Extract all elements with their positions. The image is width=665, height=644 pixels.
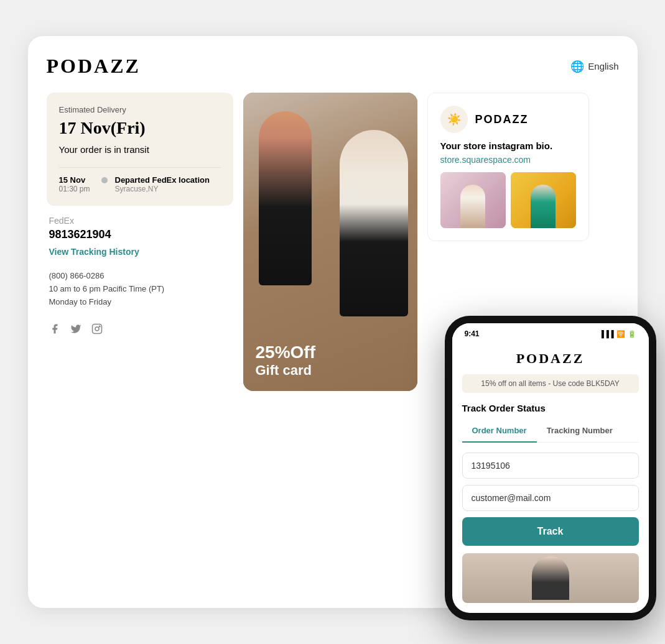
svg-point-2 <box>99 326 100 328</box>
transit-status: Your order is in transit <box>59 144 221 155</box>
language-selector[interactable]: 🌐 English <box>570 60 618 73</box>
signal-icon: ▐▐▐ <box>599 330 613 338</box>
phone-promo-banner: 15% off on all items - Use code BLK5DAY <box>462 374 639 393</box>
track-button[interactable]: Track <box>462 517 639 546</box>
phone-body: PODAZZ 15% off on all items - Use code B… <box>452 341 649 613</box>
promo-subtitle: Gift card <box>256 362 315 379</box>
carrier-section: FedEx 9813621904 View Tracking History <box>47 216 233 257</box>
carrier-name: FedEx <box>49 216 231 226</box>
tab-tracking-number[interactable]: Tracking Number <box>537 421 623 442</box>
contact-section: (800) 866-0286 10 am to 6 pm Pacific Tim… <box>47 267 233 311</box>
store-card: ☀️ PODAZZ Your store instagram bio. stor… <box>427 93 589 241</box>
tracking-number: 9813621904 <box>49 228 231 241</box>
status-icons: ▐▐▐ 🛜 🔋 <box>599 330 636 338</box>
phone-time: 9:41 <box>465 329 480 338</box>
event-date: 15 Nov <box>59 175 96 185</box>
store-bio: Your store instagram bio. <box>440 140 576 151</box>
phone-screen: 9:41 ▐▐▐ 🛜 🔋 PODAZZ 15% off on all items… <box>452 323 649 613</box>
left-panel: Estimated Delivery 17 Nov(Fri) Your orde… <box>47 93 233 391</box>
instagram-icon[interactable] <box>91 323 103 338</box>
tab-order-number[interactable]: Order Number <box>462 421 537 443</box>
globe-icon: 🌐 <box>570 60 584 73</box>
store-url[interactable]: store.squarespace.com <box>440 155 576 165</box>
sun-icon: ☀️ <box>447 113 461 126</box>
language-label: English <box>588 61 618 71</box>
promo-text: 25%Off Gift card <box>256 343 315 379</box>
wifi-icon: 🛜 <box>616 330 625 338</box>
bottom-figure <box>532 556 569 600</box>
tracking-event: 15 Nov 01:30 pm Departed FedEx location … <box>59 175 221 193</box>
phone-mockup: 9:41 ▐▐▐ 🛜 🔋 PODAZZ 15% off on all items… <box>445 316 656 620</box>
store-image-1 <box>440 172 506 228</box>
delivery-card: Estimated Delivery 17 Nov(Fri) Your orde… <box>47 93 233 206</box>
divider <box>59 167 221 168</box>
store-image-2 <box>511 172 576 228</box>
store-logo: ☀️ <box>440 106 468 133</box>
event-dot <box>101 177 108 183</box>
delivery-date: 17 Nov(Fri) <box>59 118 221 138</box>
phone-status-bar: 9:41 ▐▐▐ 🛜 🔋 <box>452 323 649 341</box>
event-location: Syracuse,NY <box>115 185 221 193</box>
battery-icon: 🔋 <box>628 330 636 338</box>
estimated-label: Estimated Delivery <box>59 105 221 114</box>
svg-rect-0 <box>92 324 101 334</box>
email-input[interactable] <box>462 485 639 511</box>
view-history-link[interactable]: View Tracking History <box>49 247 139 257</box>
facebook-icon[interactable] <box>49 323 60 338</box>
social-icons <box>47 321 233 340</box>
contact-phone: (800) 866-0286 <box>49 270 231 283</box>
contact-days: Monday to Friday <box>49 296 231 309</box>
svg-point-1 <box>95 327 99 331</box>
contact-hours: 10 am to 6 pm Pacific Time (PT) <box>49 283 231 296</box>
phone-logo: PODAZZ <box>462 351 639 367</box>
store-images <box>440 172 576 228</box>
event-date-col: 15 Nov 01:30 pm <box>59 175 96 193</box>
main-container: PODAZZ 🌐 English Estimated Delivery 17 N… <box>28 36 638 608</box>
phone-bottom-image <box>462 553 639 603</box>
event-time: 01:30 pm <box>59 185 96 193</box>
order-number-input[interactable] <box>462 453 639 479</box>
event-title: Departed FedEx location <box>115 175 221 185</box>
event-details: Departed FedEx location Syracuse,NY <box>115 175 221 193</box>
store-header: ☀️ PODAZZ <box>440 106 576 133</box>
promo-card: 25%Off Gift card <box>243 93 417 391</box>
logo: PODAZZ <box>47 55 141 78</box>
track-order-title: Track Order Status <box>462 403 639 413</box>
store-name: PODAZZ <box>475 113 529 126</box>
header: PODAZZ 🌐 English <box>47 55 619 78</box>
tabs-row: Order Number Tracking Number <box>462 421 639 443</box>
promo-discount: 25%Off <box>256 343 315 362</box>
twitter-icon[interactable] <box>70 323 81 338</box>
